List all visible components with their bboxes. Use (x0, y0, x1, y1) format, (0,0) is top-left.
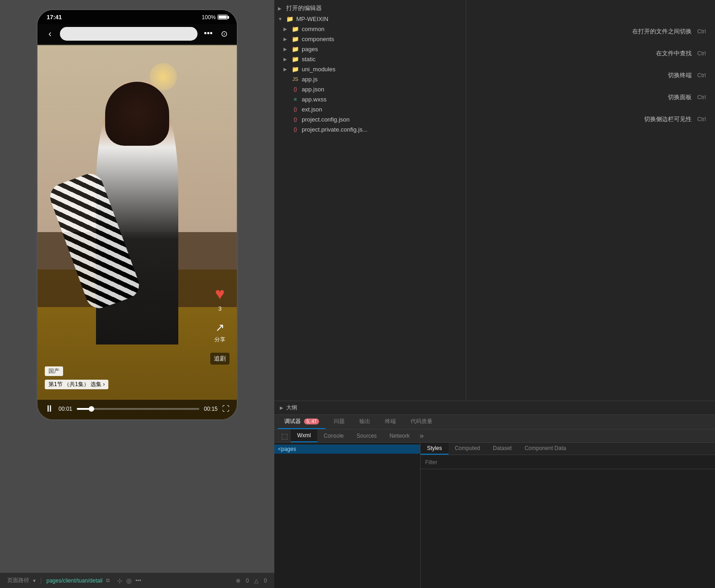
back-button[interactable]: ‹ (45, 26, 55, 41)
heart-count: 3 (218, 305, 221, 312)
bottom-panel: 调试器 5, 47 问题 输出 终端 代码质量 ⬚ Wxml (274, 414, 715, 588)
project-private-icon: {} (292, 126, 299, 133)
progress-bar[interactable] (77, 408, 199, 410)
video-background: ♥ 3 ↗ 分享 追剧 国产 (37, 44, 237, 419)
shortcut-terminal-label: 切换终端 (668, 71, 692, 79)
side-actions: ♥ 3 ↗ 分享 追剧 (210, 284, 229, 365)
styles-tab-dataset[interactable]: Dataset (486, 443, 518, 455)
inspector-cursor[interactable]: ⬚ (278, 429, 291, 442)
more-button[interactable]: ••• (202, 27, 214, 40)
wxml-panel: <pages (274, 443, 421, 588)
follow-button[interactable]: 追剧 (210, 353, 229, 365)
battery-percent: 100% (202, 14, 216, 21)
ext-json-label: ext.json (302, 106, 322, 113)
styles-tab-styles[interactable]: Styles (421, 443, 448, 455)
project-config-file[interactable]: ▶ {} project.config.json (274, 114, 466, 124)
panel-content: <pages Styles Computed Dataset Component… (274, 443, 715, 588)
components-folder[interactable]: ▶ 📁 components (274, 34, 466, 44)
copy-icon[interactable]: ⧉ (106, 577, 110, 583)
shortcut-panel-label: 切换面板 (668, 93, 692, 101)
static-folder[interactable]: ▶ 📁 static (274, 54, 466, 64)
camera-button[interactable]: ⊙ (219, 27, 229, 41)
follow-label: 追剧 (210, 353, 229, 365)
controls-row: ⏸ 00:01 00:15 ⛶ (45, 403, 229, 414)
path-separator: │ (39, 577, 43, 584)
project-config-icon: {} (292, 116, 299, 123)
root-folder-label: MP-WEIXIN (296, 16, 328, 22)
status-time: 17:41 (47, 14, 62, 21)
uni-modules-arrow: ▶ (283, 67, 289, 72)
path-value: pages/client/tuan/detail (47, 577, 103, 584)
filter-input[interactable] (425, 459, 710, 466)
bottom-bar: 页面路径 ▾ │ pages/client/tuan/detail ⧉ ⊹ ◎ … (0, 572, 274, 588)
tab-sources[interactable]: Sources (350, 430, 383, 442)
tab-wxml[interactable]: Wxml (291, 429, 317, 442)
tab-console[interactable]: Console (317, 430, 350, 442)
fullscreen-button[interactable]: ⛶ (222, 405, 229, 413)
tab-code-quality[interactable]: 代码质量 (404, 415, 439, 429)
project-private-file[interactable]: ▶ {} project.private.config.js... (274, 124, 466, 134)
devtools-tabs-row: ⬚ Wxml Console Sources Network » (274, 429, 715, 443)
more-devtools-tabs[interactable]: » (416, 432, 427, 440)
styles-panel: Styles Computed Dataset Component Data (421, 443, 715, 588)
components-folder-icon: 📁 (292, 35, 299, 42)
static-folder-icon: 📁 (292, 55, 299, 63)
uni-modules-folder[interactable]: ▶ 📁 uni_modules (274, 64, 466, 74)
app-json-label: app.json (302, 86, 324, 93)
uni-modules-folder-icon: 📁 (292, 65, 299, 73)
error-count: 0 (246, 577, 249, 584)
outline-arrow: ▶ (280, 405, 283, 410)
app-json-icon: {} (292, 85, 299, 93)
tab-debugger[interactable]: 调试器 5, 47 (278, 415, 325, 429)
static-label: static (302, 56, 315, 63)
progress-thumb (89, 406, 94, 412)
shortcut-find-label: 在文件中查找 (656, 49, 692, 58)
styles-tab-computed[interactable]: Computed (448, 443, 486, 455)
styles-tab-component-data[interactable]: Component Data (518, 443, 572, 455)
app-js-file[interactable]: ▶ JS app.js (274, 74, 466, 84)
shortcut-find-key: Ctrl (697, 50, 706, 57)
ext-json-icon: {} (292, 106, 299, 113)
share-button[interactable]: ↗ 分享 (214, 321, 225, 344)
path-dropdown-icon[interactable]: ▾ (33, 577, 36, 584)
outline-section[interactable]: ▶ 大纲 (274, 401, 715, 414)
root-arrow: ▼ (278, 16, 283, 21)
play-button[interactable]: ⏸ (45, 403, 54, 414)
tab-network[interactable]: Network (383, 430, 416, 442)
more-options-icon[interactable]: ••• (135, 577, 141, 584)
ext-json-file[interactable]: ▶ {} ext.json (274, 104, 466, 114)
episode-tag: 第1节 （共1集） 选集 › (45, 380, 108, 389)
wxml-breadcrumb: <pages (278, 446, 296, 452)
right-panel: ▶ 打开的编辑器 ▼ 📁 MP-WEIXIN ▶ 📁 common ▶ (274, 0, 715, 588)
video-controls: ⏸ 00:01 00:15 ⛶ (37, 400, 237, 419)
wxml-pages-item[interactable]: <pages (274, 445, 420, 454)
pages-folder[interactable]: ▶ 📁 pages (274, 44, 466, 54)
page-path-label: 页面路径 (7, 577, 29, 584)
share-icon: ↗ (215, 321, 224, 334)
shortcut-switch-files: 在打开的文件之间切换 Ctrl (632, 27, 706, 36)
tab-output[interactable]: 输出 (353, 415, 377, 429)
common-folder[interactable]: ▶ 📁 common (274, 24, 466, 34)
static-arrow: ▶ (283, 57, 289, 62)
eye-icon[interactable]: ◎ (126, 577, 132, 584)
resize-icon[interactable]: ⊹ (117, 577, 123, 584)
heart-button[interactable]: ♥ 3 (215, 284, 224, 312)
channel-tag: 国产 (45, 366, 63, 376)
shortcut-sidebar-key: Ctrl (697, 116, 706, 122)
total-time: 00:15 (204, 406, 218, 412)
tab-terminal[interactable]: 终端 (379, 415, 402, 429)
search-bar[interactable] (60, 27, 197, 41)
app-wxss-file[interactable]: ▶ ≡ app.wxss (274, 94, 466, 104)
uni-modules-label: uni_modules (302, 66, 336, 73)
components-label: components (302, 36, 334, 42)
warning-count: 0 (264, 577, 267, 584)
root-folder[interactable]: ▼ 📁 MP-WEIXIN (274, 14, 466, 24)
tab-issues[interactable]: 问题 (327, 415, 351, 429)
styles-tabs: Styles Computed Dataset Component Data (421, 443, 715, 455)
shortcut-switch-key: Ctrl (697, 28, 706, 35)
heart-icon: ♥ (215, 284, 224, 303)
open-editors-header[interactable]: ▶ 打开的编辑器 (274, 3, 466, 14)
common-arrow: ▶ (283, 26, 289, 32)
filter-bar (421, 455, 715, 469)
app-json-file[interactable]: ▶ {} app.json (274, 84, 466, 94)
